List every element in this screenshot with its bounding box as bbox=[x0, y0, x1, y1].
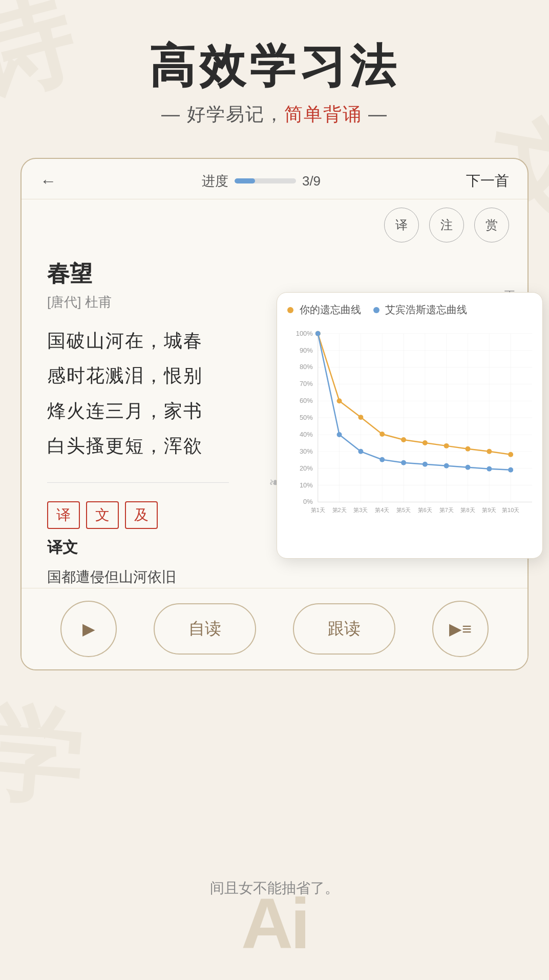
progress-fill bbox=[235, 178, 255, 183]
subtitle-suffix: — bbox=[362, 104, 388, 125]
subtitle: — 好学易记，简单背诵 — bbox=[31, 102, 518, 127]
tag-and[interactable]: 及 bbox=[125, 501, 158, 529]
phone-card: ← 进度 3/9 下一首 译 注 赏 春望 [唐代] 杜甫 国破山河在，城春 感… bbox=[20, 158, 529, 670]
svg-text:100%: 100% bbox=[296, 330, 313, 337]
follow-read-label: 跟读 bbox=[328, 618, 361, 640]
svg-text:90%: 90% bbox=[300, 346, 313, 354]
self-read-button[interactable]: 自读 bbox=[154, 603, 256, 655]
ai-label: Ai bbox=[241, 888, 308, 959]
poem-author-name: 杜甫 bbox=[85, 294, 112, 310]
svg-point-58 bbox=[444, 463, 449, 468]
svg-text:第1天: 第1天 bbox=[311, 507, 325, 513]
progress-label: 进度 bbox=[202, 172, 228, 190]
svg-text:40%: 40% bbox=[300, 431, 313, 438]
svg-point-54 bbox=[358, 449, 363, 454]
ai-badge: Ai bbox=[241, 888, 308, 959]
svg-text:60%: 60% bbox=[300, 397, 313, 404]
svg-point-52 bbox=[315, 331, 321, 336]
your-curve-label: 你的遗忘曲线 bbox=[300, 304, 361, 315]
svg-text:第7天: 第7天 bbox=[439, 507, 454, 513]
ebbinghaus-label: 艾宾浩斯遗忘曲线 bbox=[385, 304, 467, 315]
svg-text:第3天: 第3天 bbox=[353, 507, 368, 513]
tool-buttons: 译 注 赏 bbox=[22, 199, 527, 251]
side-label: 正文 bbox=[502, 282, 517, 286]
svg-text:50%: 50% bbox=[300, 414, 313, 421]
svg-point-57 bbox=[423, 462, 428, 467]
main-title: 高效学习法 bbox=[31, 41, 518, 92]
svg-point-61 bbox=[508, 467, 513, 473]
back-button[interactable]: ← bbox=[40, 172, 56, 191]
curve-legend: 你的遗忘曲线 艾宾浩斯遗忘曲线 bbox=[287, 303, 532, 317]
svg-text:20%: 20% bbox=[300, 464, 313, 472]
svg-point-60 bbox=[487, 466, 492, 472]
svg-text:第4天: 第4天 bbox=[375, 507, 389, 513]
svg-text:70%: 70% bbox=[300, 380, 313, 387]
legend-your: 你的遗忘曲线 bbox=[287, 303, 361, 317]
svg-text:第5天: 第5天 bbox=[396, 507, 411, 513]
play-button[interactable]: ▶ bbox=[60, 601, 117, 657]
annotate-button[interactable]: 注 bbox=[429, 208, 464, 242]
svg-point-49 bbox=[466, 446, 471, 452]
svg-point-50 bbox=[487, 449, 492, 454]
follow-read-button[interactable]: 跟读 bbox=[293, 603, 395, 655]
list-play-button[interactable]: ▶≡ bbox=[432, 601, 489, 657]
action-bar: ▶ 自读 跟读 ▶≡ bbox=[22, 588, 527, 669]
card-nav: ← 进度 3/9 下一首 bbox=[22, 159, 527, 199]
svg-point-45 bbox=[379, 432, 385, 437]
svg-text:第8天: 第8天 bbox=[460, 507, 475, 513]
svg-text:第9天: 第9天 bbox=[482, 507, 496, 513]
svg-text:0%: 0% bbox=[303, 498, 313, 505]
appreciate-button[interactable]: 赏 bbox=[474, 208, 509, 242]
list-play-icon: ▶≡ bbox=[449, 619, 472, 639]
svg-point-44 bbox=[358, 415, 363, 420]
subtitle-highlight: 简单背诵 bbox=[284, 104, 362, 125]
svg-text:第10天: 第10天 bbox=[502, 507, 519, 513]
svg-point-53 bbox=[337, 432, 342, 437]
poem-dynasty: [唐代] bbox=[47, 294, 81, 310]
self-read-label: 自读 bbox=[188, 618, 221, 640]
play-icon: ▶ bbox=[82, 619, 95, 639]
your-curve-dot bbox=[287, 307, 293, 313]
legend-ebbinghaus: 艾宾浩斯遗忘曲线 bbox=[373, 303, 468, 317]
svg-point-48 bbox=[444, 443, 449, 448]
curve-card: 你的遗忘曲线 艾宾浩斯遗忘曲线 100% 90% 80% bbox=[277, 292, 543, 559]
svg-point-55 bbox=[379, 457, 385, 462]
svg-text:第2天: 第2天 bbox=[332, 507, 347, 513]
bg-char-3: 学 bbox=[0, 684, 88, 830]
svg-text:80%: 80% bbox=[300, 363, 313, 371]
svg-point-43 bbox=[337, 398, 342, 403]
svg-text:30%: 30% bbox=[300, 447, 313, 455]
progress-section: 进度 3/9 bbox=[202, 172, 321, 190]
progress-text: 3/9 bbox=[302, 173, 321, 189]
ebbinghaus-dot bbox=[373, 307, 379, 313]
progress-bar bbox=[235, 178, 296, 183]
poem-title: 春望 bbox=[47, 259, 502, 289]
curve-svg: 100% 90% 80% 70% 60% 50% 40% 30% 20% 10%… bbox=[287, 323, 532, 538]
svg-point-47 bbox=[423, 440, 428, 445]
subtitle-prefix: — 好学易记， bbox=[161, 104, 284, 125]
header-section: 高效学习法 — 好学易记，简单背诵 — bbox=[0, 0, 549, 148]
svg-point-51 bbox=[508, 452, 513, 457]
svg-point-59 bbox=[466, 465, 471, 470]
next-button[interactable]: 下一首 bbox=[466, 171, 509, 191]
tag-text[interactable]: 文 bbox=[86, 501, 119, 529]
translate-button[interactable]: 译 bbox=[384, 208, 419, 242]
svg-point-46 bbox=[401, 437, 406, 442]
svg-point-56 bbox=[401, 460, 406, 465]
tag-translate[interactable]: 译 bbox=[47, 501, 80, 529]
svg-text:10%: 10% bbox=[300, 481, 313, 489]
svg-text:第6天: 第6天 bbox=[418, 507, 432, 513]
